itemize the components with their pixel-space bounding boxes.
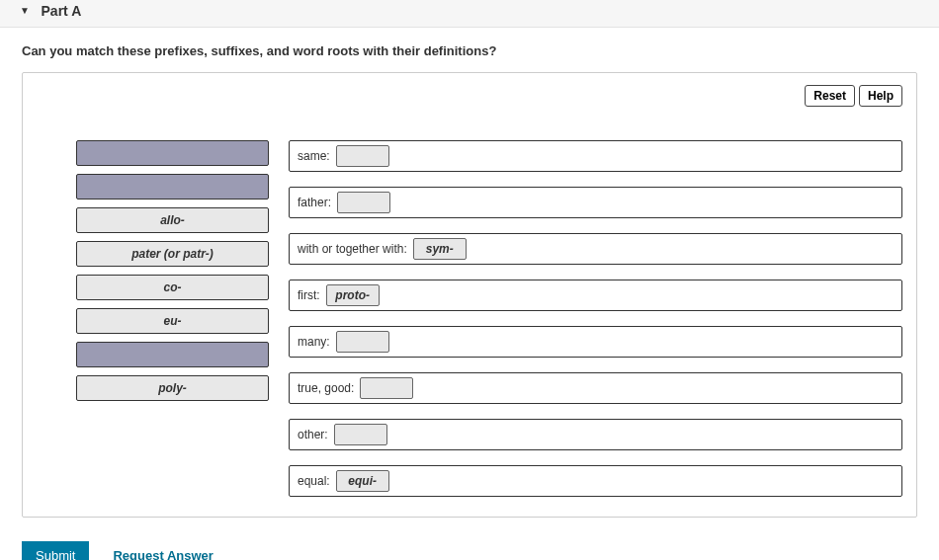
definition-row: many: bbox=[289, 326, 902, 358]
drop-slot[interactable] bbox=[336, 331, 389, 353]
draggable-token[interactable] bbox=[76, 174, 269, 200]
reset-button[interactable]: Reset bbox=[805, 85, 855, 107]
question-text: Can you match these prefixes, suffixes, … bbox=[22, 43, 917, 58]
draggable-token[interactable]: co- bbox=[76, 275, 269, 300]
match-area: allo- pater (or patr-) co- eu- poly- sam… bbox=[37, 140, 902, 497]
drop-slot[interactable]: proto- bbox=[326, 284, 380, 306]
token-column: allo- pater (or patr-) co- eu- poly- bbox=[76, 140, 269, 401]
target-column: same: father: with or together with: sym… bbox=[289, 140, 902, 497]
work-box: Reset Help allo- pater (or patr-) co- eu… bbox=[22, 72, 917, 518]
definition-label: other: bbox=[298, 428, 328, 441]
definition-row: true, good: bbox=[289, 372, 902, 404]
drop-slot[interactable]: sym- bbox=[413, 238, 467, 260]
action-bar: Submit Request Answer bbox=[22, 541, 917, 560]
definition-label: true, good: bbox=[298, 381, 354, 395]
definition-label: first: bbox=[298, 288, 320, 302]
drop-slot[interactable]: equi- bbox=[336, 470, 389, 492]
content-area: Can you match these prefixes, suffixes, … bbox=[0, 28, 939, 560]
drop-slot[interactable] bbox=[360, 377, 413, 399]
definition-label: equal: bbox=[298, 474, 330, 488]
definition-row: equal: equi- bbox=[289, 465, 902, 497]
draggable-token[interactable]: poly- bbox=[76, 375, 269, 401]
toolbar: Reset Help bbox=[805, 85, 902, 107]
draggable-token[interactable]: eu- bbox=[76, 308, 269, 334]
drop-slot[interactable] bbox=[337, 192, 390, 213]
request-answer-link[interactable]: Request Answer bbox=[113, 548, 213, 560]
drop-slot[interactable] bbox=[336, 145, 389, 167]
draggable-token[interactable] bbox=[76, 140, 269, 166]
definition-row: father: bbox=[289, 187, 902, 218]
definition-row: first: proto- bbox=[289, 280, 902, 311]
drop-slot[interactable] bbox=[334, 424, 387, 445]
draggable-token[interactable] bbox=[76, 342, 269, 367]
draggable-token[interactable]: pater (or patr-) bbox=[76, 241, 269, 267]
collapse-icon[interactable]: ▼ bbox=[20, 5, 30, 16]
definition-label: with or together with: bbox=[298, 242, 407, 256]
draggable-token[interactable]: allo- bbox=[76, 207, 269, 233]
definition-label: father: bbox=[298, 196, 331, 209]
part-header: ▼ Part A bbox=[0, 0, 939, 28]
help-button[interactable]: Help bbox=[859, 85, 902, 107]
definition-row: with or together with: sym- bbox=[289, 233, 902, 265]
definition-label: same: bbox=[298, 149, 330, 163]
part-title: Part A bbox=[42, 3, 82, 19]
definition-row: other: bbox=[289, 419, 902, 450]
submit-button[interactable]: Submit bbox=[22, 541, 89, 560]
definition-row: same: bbox=[289, 140, 902, 172]
definition-label: many: bbox=[298, 335, 330, 349]
